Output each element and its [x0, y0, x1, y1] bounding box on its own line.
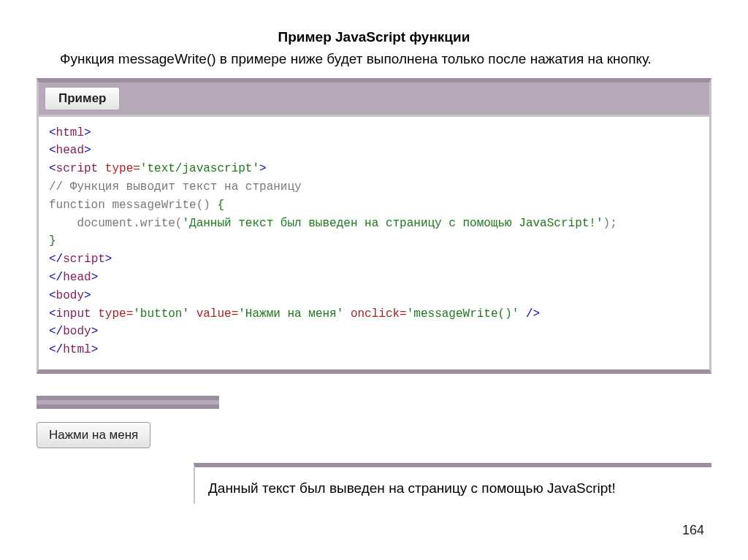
example-tab[interactable]: Пример — [45, 87, 120, 110]
code-token: / — [56, 253, 64, 266]
code-token: type= — [91, 307, 134, 321]
code-token: < — [49, 307, 56, 321]
code-token: html — [56, 126, 84, 139]
result-text: Данный текст был выведен на страницу с п… — [208, 480, 616, 496]
code-token: > — [84, 126, 91, 139]
example-code: <html> <head> <script type='text/javascr… — [39, 117, 709, 369]
code-comment: // Функция выводит текст на страницу — [49, 180, 302, 193]
code-token — [49, 217, 77, 230]
page-title: Пример JavaScript функции — [37, 29, 711, 45]
code-token: 'button' — [133, 307, 189, 321]
code-token: ); — [603, 217, 617, 230]
code-token: type= — [98, 162, 140, 175]
code-token: < — [49, 325, 56, 338]
code-token: } — [49, 234, 56, 248]
code-token: > — [259, 162, 267, 175]
example-block: Пример <html> <head> <script type='text/… — [37, 78, 711, 374]
code-token: 'Нажми на меня' — [238, 307, 343, 321]
code-token: < — [49, 144, 56, 157]
code-token: > — [91, 343, 99, 356]
code-token: > — [91, 271, 99, 284]
result-box: Данный текст был выведен на страницу с п… — [194, 463, 711, 504]
code-token: > — [84, 289, 91, 302]
code-token: / — [56, 343, 64, 356]
code-token: 'messageWrite()' — [407, 307, 519, 321]
code-token: 'Данный текст был выведен на страницу с … — [182, 217, 603, 230]
run-button[interactable]: Нажми на меня — [37, 422, 150, 448]
code-token: head — [63, 271, 91, 284]
code-token: / — [56, 271, 64, 284]
code-token: value= — [189, 307, 238, 321]
code-token: input — [56, 307, 91, 321]
code-token: < — [49, 271, 56, 284]
output-strip — [37, 396, 219, 409]
code-token: < — [49, 343, 56, 356]
intro-paragraph: Функция messageWrite() в примере ниже бу… — [37, 50, 711, 69]
code-token: / — [56, 325, 64, 338]
code-token: messageWrite() — [105, 199, 218, 212]
code-token: body — [56, 289, 84, 302]
code-token: script — [63, 253, 105, 266]
example-header: Пример — [39, 83, 709, 117]
code-token: onclick= — [343, 307, 406, 321]
code-token: body — [63, 325, 91, 338]
code-token: script — [56, 162, 99, 175]
code-token: < — [49, 253, 56, 266]
code-token: > — [91, 325, 99, 338]
code-token: < — [49, 126, 56, 139]
code-token: document.write( — [77, 217, 182, 230]
code-token: < — [49, 289, 56, 302]
code-token: html — [63, 343, 91, 356]
code-token: head — [56, 144, 84, 157]
code-token: < — [49, 162, 56, 175]
code-token: > — [84, 144, 91, 157]
code-token: { — [217, 199, 224, 212]
code-token: 'text/javascript' — [140, 162, 259, 175]
code-token: > — [105, 253, 112, 266]
page-number: 164 — [682, 523, 704, 538]
code-token: /> — [519, 307, 540, 321]
code-token: function — [49, 199, 105, 212]
